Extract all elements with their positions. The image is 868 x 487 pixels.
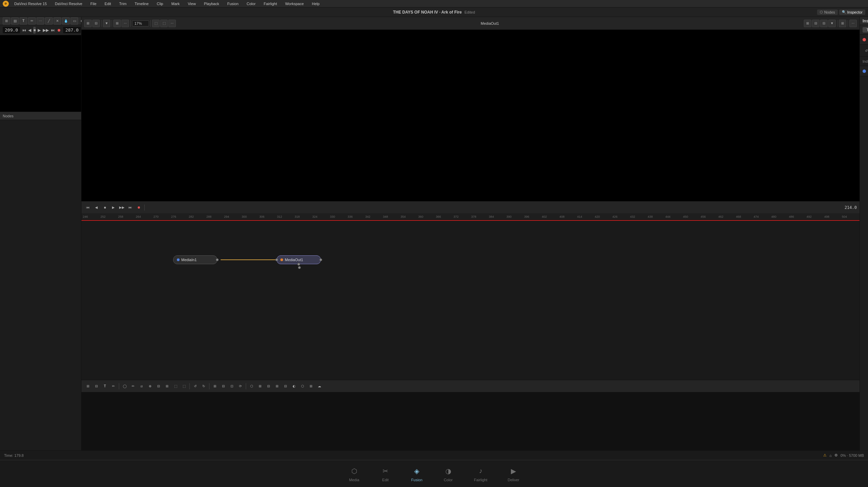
ne-btn-15[interactable]: ⊞ (211, 383, 219, 390)
ne-btn-24[interactable]: ◐ (290, 383, 298, 390)
ruler-tick-408: 408 (559, 215, 577, 218)
menu-item-color[interactable]: Color (245, 1, 257, 6)
vt-r-dots[interactable]: ··· (849, 20, 857, 27)
vb-prev[interactable]: ◀ (93, 204, 100, 211)
ne-btn-27[interactable]: ☁ (316, 383, 323, 390)
mediaout1-inspector-entry[interactable]: MediaOut1 ■ ≡ ↑ ✕ ? ⊙ (860, 35, 868, 45)
vt-btn-dots2[interactable]: ··· (168, 20, 176, 27)
clip-tool-5[interactable]: ⋯ (37, 17, 44, 25)
ne-btn-16[interactable]: ⊟ (220, 383, 227, 390)
clip-tool-1[interactable]: ⊞ (3, 17, 10, 25)
ne-btn-11[interactable]: ⬚ (172, 383, 179, 390)
menu-item-timeline[interactable]: Timeline (133, 1, 150, 6)
nav-item-fairlight[interactable]: ♪ Fairlight (474, 466, 487, 482)
mediain1-inspector-entry[interactable]: MediaIn1 ■ ≡ ↑ ✕ ? ⊙ (860, 66, 868, 76)
clip-tool-x[interactable]: ✕ (54, 17, 61, 25)
vt-btn-1[interactable]: ⊞ (84, 20, 92, 27)
vb-record[interactable]: ⏺ (135, 204, 143, 211)
nav-item-deliver[interactable]: ▶ Deliver (507, 466, 519, 482)
ne-btn-19[interactable]: ⬡ (248, 383, 255, 390)
clip-tool-text[interactable]: T (20, 17, 27, 25)
ne-btn-26[interactable]: ⊞ (307, 383, 315, 390)
ruler-tick-294: 294 (224, 215, 242, 218)
skip-to-end[interactable]: ⏭ (51, 27, 55, 34)
mediain1-node[interactable]: MediaIn1 (173, 255, 217, 264)
vt-r4[interactable]: ▼ (828, 20, 836, 27)
nav-item-color[interactable]: ◑ Color (443, 466, 454, 482)
ne-btn-12[interactable]: ⬚ (180, 383, 188, 390)
ne-btn-2[interactable]: ⊟ (93, 383, 100, 390)
menu-item-workspace[interactable]: Workspace (284, 1, 305, 6)
vb-stop[interactable]: ■ (101, 204, 109, 211)
ne-btn-21[interactable]: ⊟ (265, 383, 272, 390)
vt-btn-l[interactable]: ⬚ (152, 20, 160, 27)
ne-btn-3[interactable]: T (101, 383, 109, 390)
record-button[interactable]: ⏺ (57, 27, 61, 34)
menu-item-view[interactable]: View (186, 1, 197, 6)
vt-btn-dropdown[interactable]: ▼ (103, 20, 110, 27)
mediaout1-port-bottom[interactable] (297, 263, 300, 266)
menu-item-file[interactable]: File (89, 1, 98, 6)
menu-item-davinci-resolve[interactable]: DaVinci Resolve (54, 1, 84, 6)
clip-tool-pencil[interactable]: ✏ (28, 17, 36, 25)
ne-btn-4[interactable]: ✏ (110, 383, 117, 390)
vt-btn-r[interactable]: ⬚ (160, 20, 168, 27)
menu-item-playback[interactable]: Playback (203, 1, 221, 6)
clip-tool-drop[interactable]: 💧 (62, 17, 70, 25)
ne-btn-8[interactable]: ⊕ (146, 383, 154, 390)
vt-r-grid[interactable]: ⊞ (839, 20, 846, 27)
ne-btn-6[interactable]: ✏ (129, 383, 137, 390)
vb-end[interactable]: ⏭ (127, 204, 134, 211)
next-frame[interactable]: ▶▶ (43, 27, 49, 34)
menu-item-help[interactable]: Help (311, 1, 321, 6)
ne-btn-1[interactable]: ⊞ (84, 383, 92, 390)
skip-to-start[interactable]: ⏮ (22, 27, 26, 34)
vb-skip-start[interactable]: ⏮ (84, 204, 92, 211)
ne-btn-14[interactable]: ↻ (200, 383, 207, 390)
ne-btn-17[interactable]: ⊡ (228, 383, 236, 390)
ne-btn-18[interactable]: ⟳ (237, 383, 244, 390)
nodes-button[interactable]: ⬡ Nodes (817, 9, 838, 15)
mediaout1-port-left[interactable] (275, 258, 278, 261)
mediain1-port-right[interactable] (216, 258, 219, 261)
ne-btn-5[interactable]: ◯ (121, 383, 128, 390)
prev-frame[interactable]: ◀ (28, 27, 31, 34)
menu-item-clip[interactable]: Clip (155, 1, 165, 6)
menu-item-fusion[interactable]: Fusion (226, 1, 240, 6)
nav-item-edit[interactable]: ✂ Edit (380, 466, 391, 482)
inspector-tab-tools[interactable]: Tools (863, 27, 868, 33)
menu-item-fairlight[interactable]: Fairlight (262, 1, 278, 6)
vt-btn-grid[interactable]: ⊞ (113, 20, 121, 27)
ne-btn-20[interactable]: ⊞ (256, 383, 264, 390)
vt-r2[interactable]: ⊟ (812, 20, 819, 27)
ne-btn-7[interactable]: ⧄ (138, 383, 145, 390)
clip-tool-2[interactable]: ▤ (11, 17, 19, 25)
mediaout1-node[interactable]: MediaOut1 (277, 255, 321, 264)
ne-btn-25[interactable]: ⬡ (299, 383, 306, 390)
ne-btn-23[interactable]: ⊟ (282, 383, 289, 390)
vb-play[interactable]: ▶ (110, 204, 117, 211)
ne-btn-9[interactable]: ⊟ (155, 383, 162, 390)
nav-item-media[interactable]: ⬡ Media (349, 466, 359, 482)
menu-item-mark[interactable]: Mark (170, 1, 181, 6)
nav-item-fusion[interactable]: ◈ Fusion (411, 466, 422, 482)
refresh-btn-1[interactable]: ↺ (863, 47, 868, 54)
ne-btn-13[interactable]: ↺ (191, 383, 199, 390)
inspector-button[interactable]: 🔍 Inspector (839, 9, 865, 15)
vt-r1[interactable]: ⊞ (804, 20, 811, 27)
mediaout1-port-right[interactable] (319, 258, 322, 261)
clip-tool-6[interactable]: ╱ (45, 17, 53, 25)
vt-btn-2[interactable]: ⊟ (92, 20, 100, 27)
vt-r3[interactable]: ⊟ (820, 20, 828, 27)
vb-next[interactable]: ▶▶ (118, 204, 126, 211)
ne-btn-10[interactable]: ⊞ (163, 383, 171, 390)
stop-button[interactable]: ■ (33, 27, 36, 34)
play-button[interactable]: ▶ (38, 27, 41, 34)
ne-btn-22[interactable]: ⊞ (273, 383, 281, 390)
node-canvas[interactable]: MediaIn1 MediaOut1 ⊞ ⊟ T ✏ ◯ ✏ (81, 221, 860, 392)
vt-btn-dots[interactable]: ··· (122, 20, 129, 27)
menu-item-trim[interactable]: Trim (118, 1, 128, 6)
menu-item-edit[interactable]: Edit (103, 1, 112, 6)
clip-tool-9[interactable]: ▭ (71, 17, 78, 25)
ruler-tick-324: 324 (312, 215, 330, 218)
